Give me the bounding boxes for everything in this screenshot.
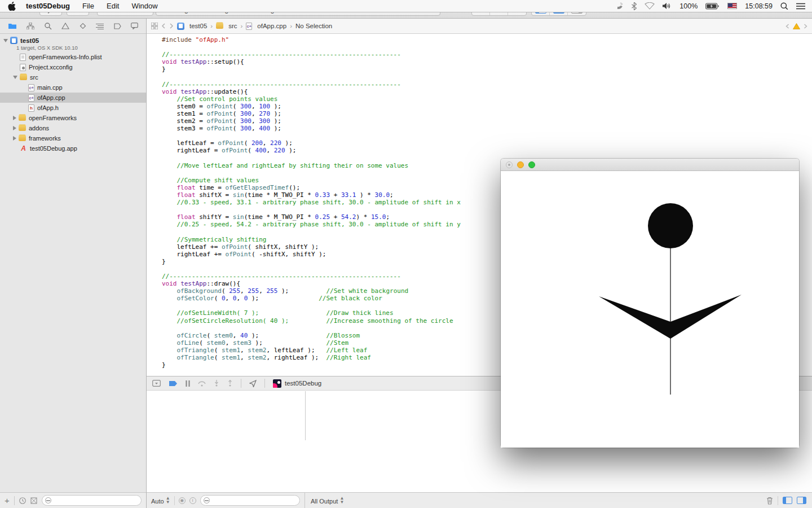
code-line: rightLeaf = ofPoint( 400, 220 ); [162,147,812,154]
menu-bar: test05Debug FileEditWindow 100% 15:08:59 [0,0,812,12]
tree-item-label: addons [29,125,49,132]
add-button[interactable]: + [5,496,10,505]
variables-filter-field[interactable] [200,495,300,506]
pane-divider[interactable] [305,391,306,440]
breadcrumb-item-ofapp-cpp[interactable]: c+ofApp.cpp [246,23,286,30]
trash-icon[interactable] [766,497,773,505]
back-icon[interactable] [161,23,166,29]
disclosure-triangle[interactable] [13,136,16,141]
location-icon[interactable] [249,380,257,387]
minimize-button[interactable] [517,161,524,168]
tree-item-label: src [30,74,38,81]
code-line: void testApp::update(){ [162,88,812,95]
code-line: stem2 = ofPoint( 300, 300 ); [162,117,812,125]
breakpoints-toggle-icon[interactable] [169,380,178,387]
volume-icon[interactable] [663,2,672,10]
tree-item-label: openFrameworks-Info.plist [29,54,102,60]
tree-item-project[interactable]: test05 1 target, OS X SDK 10.10 [0,34,146,52]
battery-icon[interactable] [705,3,720,10]
jump-bar: test05›src›c+ofApp.cpp›No Selection [147,19,812,34]
us-flag-input-icon[interactable] [727,3,737,9]
tree-item-label: openFrameworks [29,115,77,121]
previous-issue-icon[interactable] [785,24,789,29]
navigator-icon-bar [0,19,146,34]
tree-item-openframeworks-info-plist[interactable]: openFrameworks-Info.plist [0,52,146,62]
disclosure-triangle[interactable] [13,116,16,120]
step-over-icon[interactable] [198,380,206,387]
step-out-icon[interactable] [227,380,233,387]
menu-bar-clock[interactable]: 15:08:59 [745,2,773,10]
issue-stepper [785,23,807,29]
navigator-filter-field[interactable] [42,495,142,506]
xcconfig-file-icon [20,64,26,71]
active-app-menu[interactable]: test05Debug [26,2,70,10]
breakpoint-navigator-tab[interactable] [114,23,121,29]
hide-debug-area-icon[interactable] [152,380,161,387]
recent-files-icon[interactable] [19,497,26,504]
related-items-icon[interactable] [151,23,158,29]
step-into-icon[interactable] [214,380,219,387]
bluetooth-icon[interactable] [632,2,637,10]
tree-item-openframeworks[interactable]: openFrameworks [0,113,146,123]
issue-navigator-tab[interactable] [61,23,69,29]
breadcrumb-item-no-selection[interactable]: No Selection [295,23,332,29]
breadcrumb-item-src[interactable]: src [216,23,237,29]
disclosure-triangle[interactable] [13,126,16,130]
code-line: //--------------------------------------… [162,51,812,58]
tree-item-ofapp-h[interactable]: hofApp.h [0,103,146,113]
menu-edit[interactable]: Edit [107,2,119,10]
code-line [162,43,812,51]
info-icon[interactable]: i [189,497,196,504]
tree-item-ofapp-cpp[interactable]: c+ofApp.cpp [0,93,146,103]
console-pane-toggle[interactable] [797,497,806,504]
variables-view-bar: Auto ▲▼ ◉ i [147,493,305,508]
ofapp-file-icon: A [20,145,27,152]
plist-file-icon [20,54,26,61]
tree-item-main-cpp[interactable]: c+main.cpp [0,82,146,93]
code-line: leftLeaf = ofPoint( 200, 220 ); [162,139,812,147]
find-navigator-tab[interactable] [45,23,52,30]
notification-center-icon[interactable] [796,3,805,10]
scm-status-icon[interactable] [30,497,37,504]
filter-icon [45,497,51,503]
close-button [506,161,513,168]
tree-item-src[interactable]: src [0,72,146,82]
forward-icon[interactable] [169,23,174,29]
app-drawing-canvas [501,171,799,448]
project-navigator-tab[interactable] [8,23,17,29]
symbol-navigator-tab[interactable] [27,23,34,29]
debug-navigator-tab[interactable] [96,23,104,29]
openframeworks-app-icon [273,379,281,388]
watch-icon[interactable]: ◉ [179,497,186,504]
disclosure-triangle[interactable] [3,39,8,42]
debug-process-tab[interactable]: test05Debug [273,379,321,388]
next-issue-icon[interactable] [804,24,807,29]
console-output-popup[interactable]: All Output ▲▼ [311,496,344,505]
report-navigator-tab[interactable] [131,23,138,29]
tree-item-project-xcconfig[interactable]: Project.xcconfig [0,62,146,72]
test-navigator-tab[interactable] [80,23,86,29]
battery-percent: 100% [679,2,698,10]
breadcrumb-label: test05 [189,23,207,29]
variables-scope-popup[interactable]: Auto ▲▼ [151,496,170,505]
tree-item-addons[interactable]: addons [0,123,146,133]
menu-file[interactable]: File [82,2,94,10]
pause-icon[interactable] [186,380,190,387]
tree-item-label: frameworks [29,135,61,142]
code-line: #include "ofApp.h" [162,36,812,43]
tree-item-frameworks[interactable]: frameworks [0,133,146,143]
disclosure-triangle[interactable] [13,76,17,79]
wifi-icon[interactable] [645,2,655,10]
cpp-file-icon: c+ [28,94,34,102]
menu-window[interactable]: Window [131,2,157,10]
tree-item-test05debug-app[interactable]: Atest05Debug.app [0,143,146,154]
zoom-button[interactable] [528,161,535,168]
code-line: //--------------------------------------… [162,81,812,88]
breadcrumb-item-test05[interactable]: test05 [177,23,207,30]
phone-icon[interactable] [615,2,624,10]
navigator-panel: test05 1 target, OS X SDK 10.10openFrame… [0,19,147,508]
breadcrumb-separator: › [210,23,213,29]
apple-menu[interactable] [8,2,16,11]
spotlight-icon[interactable] [780,2,788,10]
variables-pane-toggle[interactable] [783,497,792,504]
